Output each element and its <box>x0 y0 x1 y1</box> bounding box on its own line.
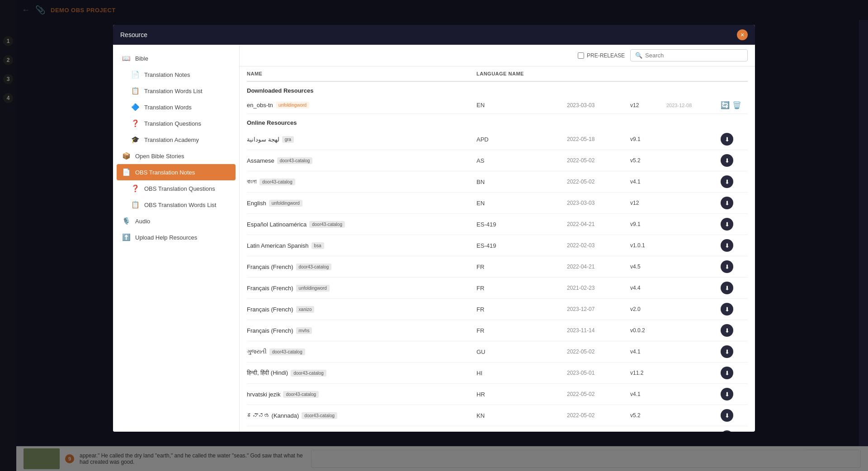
modal-overlay: Resource × 📖 Bible 📄 Translation Notes 📋… <box>0 0 868 20</box>
